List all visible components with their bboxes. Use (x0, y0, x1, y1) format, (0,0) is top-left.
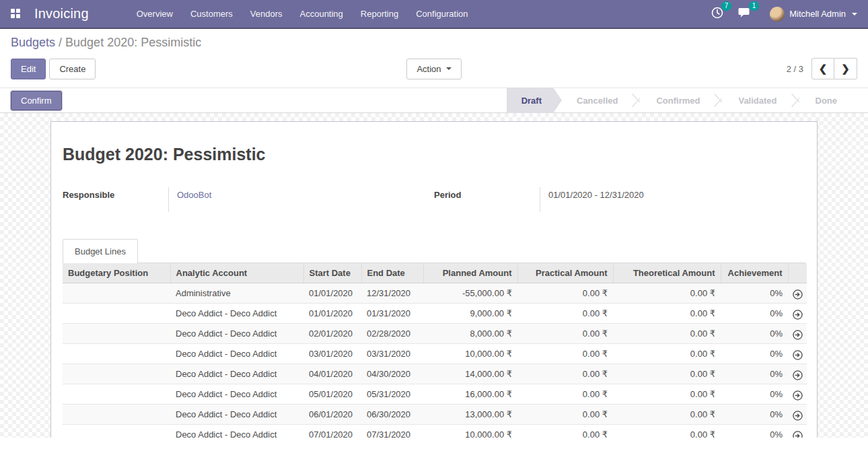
column-header-start[interactable]: Start Date (303, 263, 361, 283)
cell-achievement: 0% (721, 304, 788, 324)
stage-separator-icon (715, 88, 723, 113)
stage-draft[interactable]: Draft (507, 88, 562, 113)
open-record-button[interactable] (788, 344, 807, 364)
column-header-practical[interactable]: Practical Amount (517, 263, 613, 283)
cell-end: 03/31/2020 (361, 344, 423, 364)
column-header-account[interactable]: Analytic Account (170, 263, 303, 283)
cell-end: 12/31/2020 (361, 283, 423, 304)
stage-cancelled[interactable]: Cancelled (562, 88, 632, 113)
cell-practical: 0.00 ₹ (517, 283, 613, 304)
stage-pipeline: DraftCancelledConfirmedValidatedDone (507, 88, 852, 113)
navbar-systray: 7 1 Mitchell Admin (709, 4, 857, 24)
menu-item-overview[interactable]: Overview (129, 3, 180, 24)
messages-icon[interactable]: 1 (735, 4, 758, 24)
cell-theoretical: 0.00 ₹ (613, 283, 721, 304)
open-record-icon (793, 330, 803, 340)
menu-item-configuration[interactable]: Configuration (408, 3, 475, 24)
cell-achievement: 0% (721, 425, 788, 438)
table-row[interactable]: Deco Addict - Deco Addict02/01/202002/28… (63, 324, 807, 344)
cell-end: 02/28/2020 (361, 324, 423, 344)
stage-validated[interactable]: Validated (723, 88, 791, 113)
cell-theoretical: 0.00 ₹ (613, 425, 721, 438)
cell-start: 02/01/2020 (303, 324, 361, 344)
chevron-down-icon (852, 13, 857, 15)
table-row[interactable]: Deco Addict - Deco Addict04/01/202004/30… (63, 364, 807, 384)
column-header-achievement[interactable]: Achievement (721, 263, 788, 283)
cell-achievement: 0% (721, 344, 788, 364)
cell-practical: 0.00 ₹ (517, 425, 613, 438)
column-header-theoretical[interactable]: Theoretical Amount (613, 263, 721, 283)
table-row[interactable]: Administrative01/01/202012/31/2020-55,00… (63, 283, 807, 304)
control-panel: Budgets / Budget 2020: Pessimistic Edit … (0, 29, 868, 88)
cell-position (63, 283, 170, 304)
cell-account: Deco Addict - Deco Addict (170, 405, 303, 425)
message-count-badge: 1 (749, 1, 760, 11)
open-record-button[interactable] (788, 364, 807, 384)
cell-account: Administrative (170, 283, 303, 304)
cell-account: Deco Addict - Deco Addict (170, 324, 303, 344)
user-menu[interactable]: Mitchell Admin (770, 7, 857, 22)
menu-item-vendors[interactable]: Vendors (243, 3, 290, 24)
menu-item-reporting[interactable]: Reporting (353, 3, 406, 24)
pager-previous-button[interactable]: ❮ (811, 58, 834, 79)
edit-button[interactable]: Edit (11, 59, 46, 79)
cell-planned: 10,000.00 ₹ (423, 344, 517, 364)
tab-budget-lines[interactable]: Budget Lines (63, 239, 138, 263)
table-row[interactable]: Deco Addict - Deco Addict07/01/202007/31… (63, 425, 807, 438)
column-header-planned[interactable]: Planned Amount (423, 263, 517, 283)
column-header-position[interactable]: Budgetary Position (63, 263, 170, 283)
create-button[interactable]: Create (49, 59, 96, 79)
stage-confirmed[interactable]: Confirmed (641, 88, 715, 113)
cell-theoretical: 0.00 ₹ (613, 344, 721, 364)
confirm-button[interactable]: Confirm (11, 91, 62, 110)
open-record-button[interactable] (788, 304, 807, 324)
breadcrumb-separator: / (55, 36, 65, 49)
cell-end: 05/31/2020 (361, 384, 423, 405)
cell-theoretical: 0.00 ₹ (613, 405, 721, 425)
open-record-button[interactable] (788, 405, 807, 425)
breadcrumb-current: Budget 2020: Pessimistic (65, 36, 201, 49)
app-brand[interactable]: Invoicing (34, 6, 89, 22)
responsible-label: Responsible (63, 187, 168, 212)
column-header-end[interactable]: End Date (361, 263, 423, 283)
cell-achievement: 0% (721, 384, 788, 405)
open-record-button[interactable] (788, 324, 807, 344)
cell-planned: 14,000.00 ₹ (423, 364, 517, 384)
responsible-value: OdooBot (168, 187, 434, 212)
pager-next-button[interactable]: ❯ (834, 58, 857, 79)
cell-start: 04/01/2020 (303, 364, 361, 384)
open-record-icon (793, 350, 803, 360)
table-row[interactable]: Deco Addict - Deco Addict06/01/202006/30… (63, 405, 807, 425)
cell-position (63, 344, 170, 364)
table-row[interactable]: Deco Addict - Deco Addict03/01/202003/31… (63, 344, 807, 364)
open-record-icon (793, 431, 803, 438)
open-record-icon (793, 289, 803, 300)
activity-count-badge: 7 (721, 1, 732, 11)
cell-start: 07/01/2020 (303, 425, 361, 438)
cell-practical: 0.00 ₹ (517, 344, 613, 364)
user-name: Mitchell Admin (789, 9, 846, 19)
activities-icon[interactable]: 7 (709, 4, 730, 24)
chevron-down-icon (446, 67, 451, 70)
table-row[interactable]: Deco Addict - Deco Addict05/01/202005/31… (63, 384, 807, 405)
cell-end: 06/30/2020 (361, 405, 423, 425)
cell-account: Deco Addict - Deco Addict (170, 344, 303, 364)
table-row[interactable]: Deco Addict - Deco Addict01/01/202001/31… (63, 304, 807, 324)
action-dropdown-button[interactable]: Action (406, 59, 461, 79)
cell-account: Deco Addict - Deco Addict (170, 425, 303, 438)
open-record-button[interactable] (788, 283, 807, 304)
open-record-button[interactable] (788, 425, 807, 438)
responsible-user-link[interactable]: OdooBot (177, 190, 211, 200)
breadcrumb-budgets-link[interactable]: Budgets (11, 36, 55, 49)
menu-item-accounting[interactable]: Accounting (293, 3, 351, 24)
cell-position (63, 384, 170, 405)
menu-item-customers[interactable]: Customers (183, 3, 240, 24)
cell-end: 04/30/2020 (361, 364, 423, 384)
apps-menu-icon[interactable] (11, 9, 21, 19)
stage-separator-icon (792, 88, 801, 113)
open-record-button[interactable] (788, 384, 807, 405)
cell-end: 01/31/2020 (361, 304, 423, 324)
stage-done[interactable]: Done (801, 88, 853, 113)
column-header-open (788, 263, 807, 283)
period-value: 01/01/2020 - 12/31/2020 (540, 187, 805, 212)
